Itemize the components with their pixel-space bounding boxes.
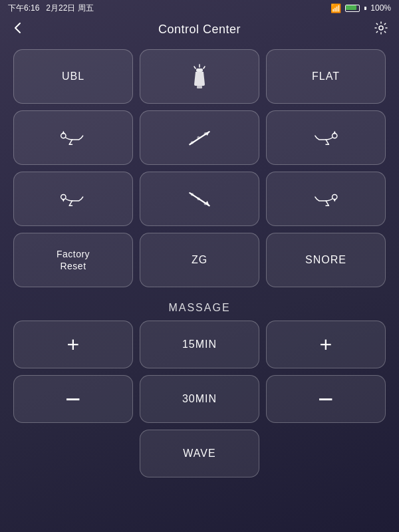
back-down-button[interactable] (140, 172, 259, 226)
back-button[interactable] (11, 21, 25, 39)
leg-down-button[interactable] (266, 172, 386, 226)
minus-left-label: − (65, 388, 81, 410)
back-up-button[interactable] (140, 110, 259, 165)
status-time: 下午6:16 (8, 3, 39, 14)
header: Control Center (0, 16, 399, 43)
massage-col-right: + − (266, 321, 386, 423)
svg-rect-5 (197, 86, 202, 88)
header-title: Control Center (158, 23, 241, 37)
main-grid: UBL FLAT (0, 43, 399, 294)
battery-icon (345, 5, 360, 12)
svg-point-15 (61, 194, 66, 199)
svg-point-6 (61, 133, 66, 138)
svg-point-12 (204, 132, 207, 135)
svg-marker-14 (333, 131, 336, 134)
minus-right-label: − (318, 388, 334, 410)
svg-point-0 (379, 26, 383, 30)
minus-left-button[interactable]: − (13, 375, 133, 423)
svg-point-11 (197, 136, 200, 139)
massage-title: MASSAGE (13, 302, 386, 314)
svg-point-10 (191, 141, 194, 144)
torch-icon (185, 62, 214, 91)
settings-button[interactable] (374, 21, 388, 39)
svg-point-20 (197, 198, 200, 200)
svg-marker-16 (62, 199, 65, 201)
svg-marker-7 (62, 131, 65, 134)
head-up-button[interactable] (13, 110, 133, 165)
zg-button[interactable]: ZG (140, 233, 259, 287)
torch-button[interactable] (140, 49, 259, 104)
head-down-button[interactable] (13, 172, 133, 226)
svg-line-2 (194, 66, 196, 68)
15min-label: 15MIN (182, 338, 217, 350)
plus-right-button[interactable]: + (266, 321, 386, 368)
svg-point-13 (332, 133, 337, 138)
svg-line-3 (203, 66, 205, 68)
status-date: 2月22日 周五 (46, 3, 93, 14)
battery-nub (364, 7, 366, 10)
status-bar: 下午6:16 2月22日 周五 📶 100% (0, 0, 399, 16)
head-down-icon (59, 184, 88, 213)
snore-button[interactable]: SNORE (266, 233, 386, 287)
battery-percent: 100% (370, 3, 391, 13)
head-up-icon (59, 123, 88, 152)
leg-up-button[interactable] (266, 110, 386, 165)
massage-grid: + − 15MIN 30MIN + − (13, 321, 386, 423)
minus-right-button[interactable]: − (266, 375, 386, 423)
30min-button[interactable]: 30MIN (140, 375, 259, 423)
plus-left-button[interactable]: + (13, 321, 133, 368)
leg-up-icon (311, 123, 340, 152)
massage-col-left: + − (13, 321, 133, 423)
leg-down-icon (311, 184, 340, 213)
status-left: 下午6:16 2月22日 周五 (8, 3, 94, 14)
15min-button[interactable]: 15MIN (140, 321, 259, 368)
massage-section: MASSAGE + − 15MIN 30MIN + − (0, 294, 399, 481)
back-down-icon (185, 184, 214, 213)
back-up-icon (185, 123, 214, 152)
wave-label: WAVE (183, 448, 215, 460)
plus-right-label: + (319, 332, 332, 357)
svg-marker-23 (333, 199, 336, 201)
ubl-button[interactable]: UBL (13, 49, 133, 104)
svg-point-21 (204, 202, 207, 205)
massage-col-center: 15MIN 30MIN (140, 321, 259, 423)
wave-button[interactable]: WAVE (140, 430, 259, 477)
svg-point-19 (191, 193, 194, 196)
svg-rect-4 (196, 68, 203, 72)
30min-label: 30MIN (182, 393, 217, 405)
flat-button[interactable]: FLAT (266, 49, 386, 104)
wave-row: WAVE (13, 430, 386, 477)
factory-reset-button[interactable]: Factory Reset (13, 233, 133, 287)
plus-left-label: + (66, 332, 79, 357)
status-right: 📶 100% (331, 3, 391, 13)
svg-point-22 (332, 194, 337, 199)
wifi-icon: 📶 (331, 3, 341, 13)
